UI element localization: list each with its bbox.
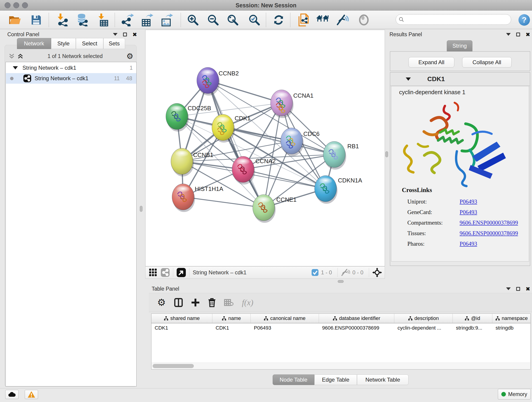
cell-name[interactable]: CDK1 (212, 325, 251, 331)
zoom-fit-icon[interactable] (226, 13, 240, 27)
network-node-CCNA1[interactable] (271, 90, 293, 118)
tab-network-table[interactable]: Network Table (357, 375, 409, 385)
expand-all-button[interactable]: Expand All (409, 57, 454, 68)
horizontal-splitter-handle[interactable] (338, 280, 344, 283)
network-overview-icon[interactable] (161, 268, 170, 277)
network-node-CDK1[interactable] (212, 114, 235, 143)
function-builder-icon[interactable]: f(x) (242, 298, 253, 307)
show-all-icon[interactable] (357, 13, 371, 27)
birdseye-view-icon[interactable] (177, 268, 186, 277)
zoom-out-icon[interactable] (206, 13, 220, 27)
network-node-RB1[interactable] (323, 141, 346, 170)
cell-sharedname[interactable]: CDK1 (152, 325, 212, 331)
export-network-icon[interactable] (120, 13, 134, 27)
crosslink-link[interactable]: 9606.ENSP00000378699 (460, 220, 518, 226)
memory-button[interactable]: Memory (498, 389, 531, 400)
collection-expander-icon[interactable] (13, 66, 18, 70)
network-node-CDC25B[interactable] (166, 103, 189, 132)
gene-section-header[interactable]: CDK1 (390, 72, 530, 86)
section-expander-icon[interactable] (406, 77, 411, 81)
add-column-icon[interactable] (191, 298, 200, 307)
scrollbar-thumb[interactable] (152, 364, 194, 368)
table-scrollbar[interactable] (152, 363, 530, 369)
selected-checkbox-icon[interactable] (311, 269, 319, 276)
tab-select[interactable]: Select (76, 38, 103, 49)
cell-canonicalname[interactable]: P06493 (251, 325, 319, 331)
clone-network-icon[interactable] (297, 13, 310, 27)
import-network-file-icon[interactable] (56, 13, 70, 27)
network-node-CCNB1[interactable] (171, 148, 194, 177)
column-header-name[interactable]: name (212, 314, 251, 323)
help-icon[interactable]: ? (517, 13, 531, 27)
network-collection-row[interactable]: String Network – cdk1 1 (6, 63, 136, 73)
panel-close-icon[interactable]: ✖ (526, 287, 530, 291)
network-canvas[interactable]: CCNB2CCNA1CDC25BCDK1CDC6RB1CCNB1CCNA2CDK… (145, 30, 385, 266)
collapse-all-button[interactable]: Collapse All (462, 57, 512, 68)
network-options-gear-icon[interactable]: ⚙ (127, 53, 133, 60)
maximize-window-icon[interactable] (22, 2, 28, 8)
tab-sets[interactable]: Sets (103, 38, 125, 49)
collapse-all-networks-icon[interactable] (8, 53, 15, 60)
network-node-HIST1H1A[interactable] (172, 184, 195, 212)
network-edge[interactable] (243, 169, 326, 189)
network-node-CCNA2[interactable] (232, 156, 255, 185)
panel-close-icon[interactable]: ✖ (526, 32, 530, 36)
column-header-databaseidentifier[interactable]: database identifier (319, 314, 394, 323)
export-image-icon[interactable] (160, 13, 174, 27)
network-node-CDC6[interactable] (281, 128, 304, 156)
column-header-description[interactable]: description (394, 314, 453, 323)
delete-table-icon[interactable] (224, 299, 234, 306)
crosslink-link[interactable]: 9606.ENSP00000378699 (460, 230, 518, 236)
panel-float-icon[interactable] (516, 287, 520, 291)
hide-selected-icon[interactable] (336, 13, 350, 27)
network-node-CCNE1[interactable] (253, 195, 276, 223)
cell-databaseidentifier[interactable]: 9606.ENSP00000378699 (319, 325, 394, 331)
zoom-selected-icon[interactable] (247, 13, 261, 27)
pan-crosshair-icon[interactable] (372, 268, 382, 277)
crosslink-link[interactable]: P06493 (460, 241, 477, 247)
left-splitter-handle[interactable] (140, 206, 143, 212)
right-splitter-handle[interactable] (385, 151, 388, 157)
cell-id[interactable]: stringdb:9... (453, 325, 492, 331)
crosslink-link[interactable]: P06493 (460, 209, 477, 215)
tab-string[interactable]: String (447, 40, 472, 51)
panel-float-icon[interactable] (516, 32, 520, 36)
zoom-in-icon[interactable] (186, 13, 200, 27)
network-edge[interactable] (183, 197, 264, 208)
tab-network[interactable]: Network (17, 38, 51, 49)
column-header-namespace[interactable]: namespace (492, 314, 531, 323)
panel-float-icon[interactable] (123, 32, 127, 36)
minimize-window-icon[interactable] (13, 2, 19, 8)
grid-view-icon[interactable] (149, 268, 157, 277)
table-options-gear-icon[interactable]: ⚙ (157, 298, 166, 307)
network-node-CCNB2[interactable] (197, 67, 220, 96)
show-columns-icon[interactable] (174, 298, 183, 307)
panel-menu-icon[interactable] (506, 287, 511, 290)
import-table-icon[interactable] (96, 13, 110, 27)
expand-all-networks-icon[interactable] (17, 53, 24, 60)
tab-style[interactable]: Style (51, 38, 76, 49)
export-table-icon[interactable] (140, 13, 154, 27)
import-network-database-icon[interactable] (75, 13, 89, 27)
open-session-icon[interactable] (8, 13, 22, 27)
cell-namespace[interactable]: stringdb (492, 325, 531, 331)
table-row[interactable]: CDK1CDK1P064939606.ENSP00000378699cyclin… (152, 323, 530, 332)
panel-close-icon[interactable]: ✖ (133, 32, 137, 36)
panel-menu-icon[interactable] (113, 33, 118, 36)
warnings-button[interactable] (25, 390, 38, 399)
network-row-selected[interactable]: String Network – cdk1 11 48 (6, 73, 136, 84)
tab-node-table[interactable]: Node Table (273, 375, 314, 385)
home-pages-icon[interactable] (316, 13, 329, 27)
crosslink-link[interactable]: P06493 (460, 198, 477, 205)
search-input[interactable] (396, 14, 511, 25)
tab-edge-table[interactable]: Edge Table (314, 375, 357, 385)
network-node-CDKN1A[interactable] (315, 176, 337, 204)
column-header-sharedname[interactable]: shared name (152, 314, 212, 323)
refresh-icon[interactable] (272, 13, 285, 27)
panel-menu-icon[interactable] (506, 33, 511, 36)
delete-column-icon[interactable] (208, 298, 216, 307)
save-session-icon[interactable] (29, 13, 43, 27)
close-window-icon[interactable] (5, 2, 11, 8)
column-header-id[interactable]: @id (453, 314, 492, 323)
column-header-canonicalname[interactable]: canonical name (251, 314, 319, 323)
